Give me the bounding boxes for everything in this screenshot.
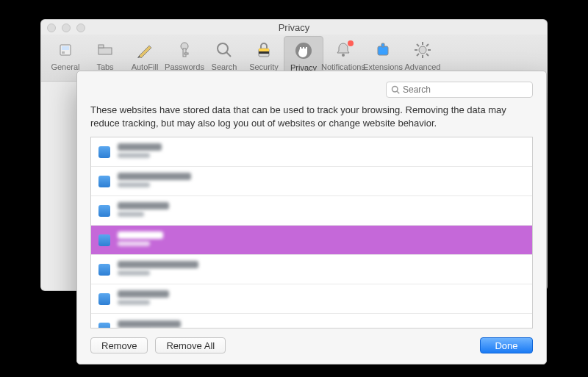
site-datatype-redacted [118,300,150,305]
site-domain-redacted [118,143,162,151]
svg-rect-4 [98,45,104,48]
toolbar-tab-label: General [51,62,79,71]
website-row[interactable] [91,196,532,226]
site-datatype-redacted [118,270,150,276]
general-icon [54,39,77,61]
site-text [118,202,169,219]
site-datatype-redacted [118,212,144,217]
website-list[interactable] [90,137,533,328]
site-domain-redacted [118,173,191,180]
site-favicon [98,234,110,246]
svg-rect-7 [184,53,188,54]
svg-point-14 [342,54,345,57]
site-text [118,173,191,190]
site-domain-redacted [118,231,163,239]
svg-rect-12 [259,51,269,54]
badge-dot [348,40,354,46]
website-row[interactable] [91,167,532,196]
description-text: These websites have stored data that can… [90,104,533,129]
button-row: Remove Remove All Done [90,337,533,353]
svg-rect-3 [98,48,112,54]
site-favicon [98,176,110,187]
tabs-icon [93,39,117,61]
svg-rect-16 [381,43,384,47]
search-field[interactable] [386,82,533,98]
search-icon [212,39,236,61]
site-domain-redacted [118,320,181,328]
site-domain-redacted [118,202,169,209]
remove-button[interactable]: Remove [90,337,148,353]
svg-line-23 [426,54,429,56]
site-text [118,320,181,328]
svg-point-17 [419,46,426,54]
svg-rect-1 [62,46,69,50]
website-data-sheet: These websites have stored data that can… [76,71,547,365]
advanced-icon [411,39,434,61]
site-favicon [98,146,110,158]
notifications-icon [331,39,355,61]
titlebar: Privacy [41,20,547,35]
svg-point-8 [218,43,228,54]
svg-line-22 [417,44,419,46]
svg-rect-15 [378,46,388,55]
done-button[interactable]: Done [480,337,533,353]
svg-rect-11 [259,49,269,51]
website-row[interactable] [91,314,532,328]
site-domain-redacted [118,261,198,268]
site-favicon [98,323,110,328]
svg-rect-2 [62,51,65,54]
extensions-icon [371,39,395,61]
site-text [118,143,162,160]
svg-point-26 [392,87,398,93]
website-row[interactable] [91,226,532,255]
remove-all-button[interactable]: Remove All [155,337,226,353]
privacy-icon [292,40,315,62]
svg-line-24 [417,54,419,56]
autofill-icon [133,39,157,61]
site-text [118,290,169,307]
website-row[interactable] [91,284,532,314]
site-datatype-redacted [118,182,150,187]
website-row[interactable] [91,255,532,284]
site-datatype-redacted [118,153,150,158]
site-text [118,261,198,278]
site-favicon [98,293,110,305]
site-domain-redacted [118,290,169,298]
passwords-icon [173,39,196,61]
svg-line-9 [226,52,231,57]
window-title: Privacy [41,22,547,33]
site-datatype-redacted [118,241,150,246]
site-text [118,231,163,248]
search-input[interactable] [403,85,528,95]
security-icon [252,39,276,61]
svg-line-25 [426,44,429,46]
search-icon [391,85,400,94]
site-favicon [98,205,110,217]
site-favicon [98,264,110,276]
website-row[interactable] [91,137,532,167]
svg-line-27 [397,91,399,93]
